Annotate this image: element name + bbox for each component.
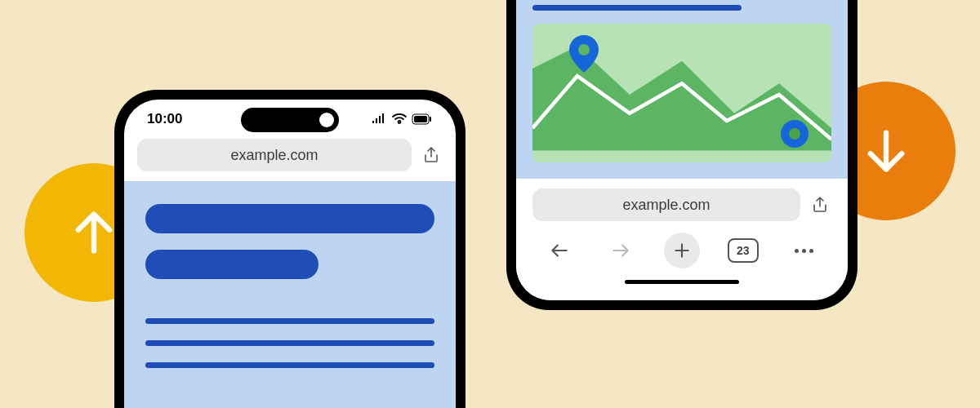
svg-rect-2 xyxy=(430,117,431,122)
share-button[interactable] xyxy=(808,193,831,216)
page-content xyxy=(124,181,456,408)
address-bar[interactable]: example.com xyxy=(137,139,412,171)
content-placeholder-line xyxy=(532,5,742,11)
map-placeholder xyxy=(532,24,831,162)
forward-button[interactable] xyxy=(603,233,639,268)
nav-buttons: 23 xyxy=(529,229,835,268)
arrow-down-icon xyxy=(853,118,919,184)
page-content xyxy=(516,0,848,179)
plus-icon xyxy=(671,240,693,261)
status-time: 10:00 xyxy=(147,111,182,127)
tabs-button[interactable]: 23 xyxy=(725,233,761,268)
arrow-left-icon xyxy=(549,240,570,261)
address-bar[interactable]: example.com xyxy=(532,188,800,221)
address-bar-row: example.com xyxy=(124,134,456,181)
content-placeholder-line xyxy=(145,318,434,324)
phone-mockup-top-addressbar: 10:00 example.com xyxy=(114,90,466,408)
phone-mockup-bottom-addressbar: example.com xyxy=(506,0,858,310)
more-icon xyxy=(795,249,813,253)
home-indicator xyxy=(625,280,739,284)
content-placeholder-line xyxy=(145,340,434,346)
address-url: example.com xyxy=(230,147,318,164)
share-icon xyxy=(810,195,830,215)
new-tab-button[interactable] xyxy=(664,233,700,268)
map-location-dot-icon xyxy=(781,120,808,148)
content-placeholder-line xyxy=(145,204,434,233)
content-placeholder-line xyxy=(145,362,434,368)
tabs-count-badge: 23 xyxy=(728,238,759,263)
battery-icon xyxy=(412,113,433,125)
arrow-right-icon xyxy=(610,240,631,261)
share-icon xyxy=(421,145,441,165)
address-url: example.com xyxy=(622,197,710,214)
menu-button[interactable] xyxy=(786,233,822,268)
status-indicators xyxy=(371,113,433,125)
content-placeholder-line xyxy=(145,250,318,279)
tabs-count: 23 xyxy=(737,244,750,257)
cellular-icon xyxy=(371,113,387,125)
map-pin-icon xyxy=(569,35,599,73)
status-bar: 10:00 xyxy=(124,100,456,134)
back-button[interactable] xyxy=(541,233,577,268)
bottom-toolbar: example.com xyxy=(516,179,848,300)
svg-point-4 xyxy=(578,44,590,55)
svg-rect-1 xyxy=(414,116,427,122)
wifi-icon xyxy=(392,113,407,125)
share-button[interactable] xyxy=(420,144,443,166)
